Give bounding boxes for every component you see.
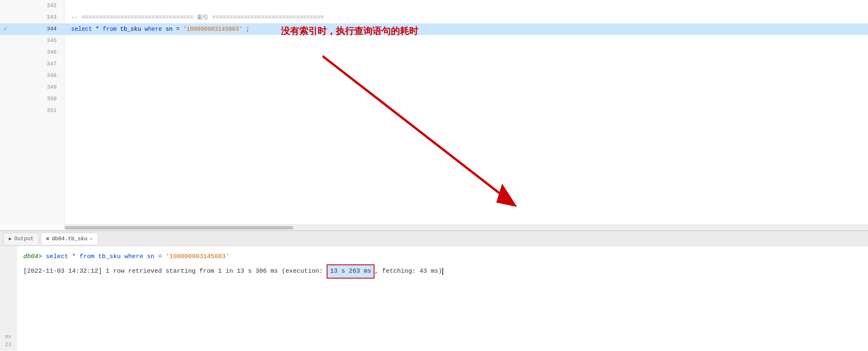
str-out: '100000003145003' (166, 253, 229, 260)
space-out1: * (68, 253, 79, 260)
space-out3 (121, 253, 124, 260)
kw-select: select (71, 26, 92, 32)
table-tab-label: db04.tb_sku (52, 236, 87, 242)
code-line-351 (64, 105, 868, 117)
line-num-346: 346 (47, 47, 57, 58)
line-num-345: 345 (47, 35, 57, 47)
table-tab-icon: ⊞ (46, 236, 49, 242)
line-num-351: 351 (47, 105, 57, 117)
scrollbar-thumb[interactable] (64, 226, 293, 229)
line-num-349: 349 (47, 82, 57, 93)
line-num-350: 350 (47, 93, 57, 105)
db-name-label: db04 (23, 253, 38, 260)
code-line-344: select * from tb_sku where sn = '1000000… (64, 23, 868, 35)
line-351: 351 (0, 105, 64, 117)
line-350: 350 (0, 93, 64, 105)
line-num-347: 347 (47, 58, 57, 70)
output-suffix: , fetching: 43 ms) (374, 266, 442, 277)
code-line-348 (64, 70, 868, 82)
kw-from-out: from (79, 253, 94, 260)
line-345: 345 (0, 35, 64, 47)
kw-from: from (103, 26, 117, 32)
line-346: 346 (0, 47, 64, 58)
line-344-active: ✓ 344 (0, 23, 64, 35)
code-area[interactable]: -- ================================ 索引 =… (64, 0, 868, 224)
output-tab-label: Output (14, 236, 34, 242)
line-numbers: 342 343 ✓ 344 345 346 347 348 349 (0, 0, 64, 224)
tab-output[interactable]: ▶ Output (3, 233, 39, 244)
table-out: tb_sku (98, 253, 121, 260)
space-out2 (94, 253, 98, 260)
line-342: 342 (0, 0, 64, 12)
code-line-345 (64, 35, 868, 47)
code-line-346 (64, 47, 868, 58)
kw-select-out: select (46, 253, 68, 260)
table-name: tb_sku (120, 26, 141, 32)
star: * (96, 26, 99, 32)
space-out4: sn = (143, 253, 166, 260)
line-348: 348 (0, 70, 64, 82)
code-line-347 (64, 58, 868, 70)
comment-text-343: -- ================================ 索引 =… (71, 14, 324, 21)
output-tab-icon: ▶ (9, 236, 12, 242)
bottom-panel: ▶ Output ⊞ db04.tb_sku ✕ ms 23 db04> sel… (0, 230, 868, 351)
line-num-342: 342 (47, 0, 57, 12)
kw-where-out: where (124, 253, 143, 260)
line-349: 349 (0, 82, 64, 93)
bottom-label-23: 23 (5, 341, 12, 348)
output-prefix: [2022-11-03 14:32:12] 1 row retrieved st… (23, 266, 327, 277)
text-cursor (442, 268, 443, 275)
output-line2: [2022-11-03 14:32:12] 1 row retrieved st… (23, 264, 861, 279)
bottom-label-ms: ms (5, 334, 12, 340)
str-val: '100000003145003' (183, 26, 243, 32)
line-347: 347 (0, 58, 64, 70)
code-line-350 (64, 93, 868, 105)
line-num-348: 348 (47, 70, 57, 82)
check-icon-344: ✓ (3, 23, 7, 35)
col-sn: sn (166, 26, 173, 32)
semicolon: ; (246, 26, 249, 32)
line-num-344: 344 (47, 23, 57, 35)
tab-close-icon[interactable]: ✕ (90, 236, 93, 241)
output-line1: db04> select * from tb_sku where sn = '1… (23, 251, 861, 263)
code-line-349 (64, 82, 868, 93)
execution-time-highlight: 13 s 263 ms (327, 264, 374, 279)
space6: = (176, 26, 183, 32)
output-content[interactable]: db04> select * from tb_sku where sn = '1… (17, 246, 868, 351)
line-343: 343 (0, 12, 64, 23)
editor-content: 342 343 ✓ 344 345 346 347 348 349 (0, 0, 868, 224)
line-num-343: 343 (47, 12, 57, 23)
code-line-343: -- ================================ 索引 =… (64, 12, 868, 23)
horizontal-scrollbar[interactable] (64, 224, 868, 230)
tab-bar: ▶ Output ⊞ db04.tb_sku ✕ (0, 231, 868, 246)
editor-area: 342 343 ✓ 344 345 346 347 348 349 (0, 0, 868, 230)
annotation-text: 没有索引时，执行查询语句的耗时 (281, 25, 418, 37)
tab-db04-tb-sku[interactable]: ⊞ db04.tb_sku ✕ (41, 233, 98, 244)
kw-where: where (144, 26, 162, 32)
gt-symbol: > (38, 253, 46, 260)
code-line-342 (64, 0, 868, 12)
